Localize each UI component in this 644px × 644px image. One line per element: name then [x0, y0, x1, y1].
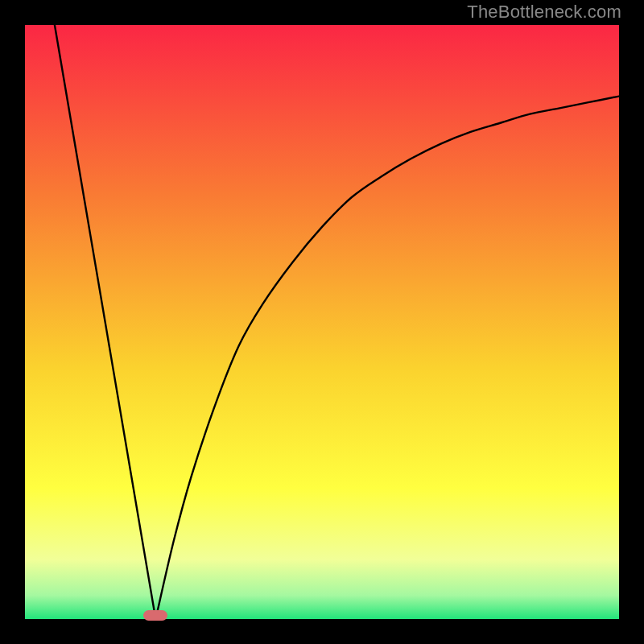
optimum-marker — [143, 610, 167, 621]
gradient-plot — [25, 25, 619, 619]
chart-frame: TheBottleneck.com — [0, 0, 644, 644]
attribution-label: TheBottleneck.com — [467, 2, 621, 23]
